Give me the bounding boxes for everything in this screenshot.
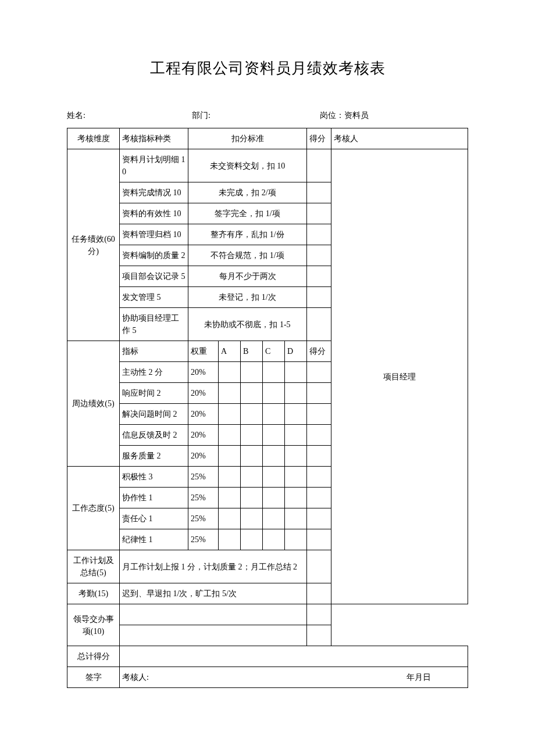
- grade-cell[interactable]: [285, 467, 307, 488]
- score-cell[interactable]: [307, 425, 331, 446]
- dim-sign: 签字: [67, 667, 120, 688]
- indicator-cell: 服务质量 2: [120, 446, 188, 467]
- grade-cell[interactable]: [285, 446, 307, 467]
- info-row: 姓名: 部门: 岗位： 资料员: [67, 110, 468, 121]
- std-cell: 不符合规范，扣 1/项: [188, 245, 307, 266]
- score-cell[interactable]: [307, 550, 331, 583]
- weight-cell: 20%: [188, 383, 219, 404]
- a-header: A: [219, 341, 241, 362]
- grade-cell[interactable]: [241, 529, 263, 550]
- plan-desc: 月工作计划上报 1 分，计划质量 2；月工作总结 2: [120, 550, 307, 583]
- grade-cell[interactable]: [241, 404, 263, 425]
- score-cell[interactable]: [307, 287, 331, 308]
- score-cell[interactable]: [307, 182, 331, 203]
- indicator-cell: 纪律性 1: [120, 529, 188, 550]
- weight-cell: 25%: [188, 529, 219, 550]
- grade-cell[interactable]: [263, 425, 285, 446]
- grade-cell[interactable]: [219, 529, 241, 550]
- indicator-header: 指标: [120, 341, 188, 362]
- assigned-desc[interactable]: [120, 604, 307, 625]
- score-cell[interactable]: [307, 529, 331, 550]
- dim-plan: 工作计划及总结(5): [67, 550, 120, 583]
- total-cell[interactable]: [120, 646, 468, 667]
- grade-cell[interactable]: [219, 488, 241, 508]
- score-cell[interactable]: [307, 149, 331, 182]
- grade-cell[interactable]: [219, 404, 241, 425]
- grade-cell[interactable]: [219, 383, 241, 404]
- indicator-cell: 资料月计划明细 10: [120, 149, 188, 182]
- grade-cell[interactable]: [285, 383, 307, 404]
- grade-cell[interactable]: [241, 467, 263, 488]
- score-cell[interactable]: [307, 203, 331, 224]
- weight-header: 权重: [188, 341, 219, 362]
- score-cell[interactable]: [307, 583, 331, 604]
- indicator-cell: 资料的有效性 10: [120, 203, 188, 224]
- grade-cell[interactable]: [285, 404, 307, 425]
- score-cell[interactable]: [307, 245, 331, 266]
- score-cell[interactable]: [307, 266, 331, 287]
- indicator-cell: 发文管理 5: [120, 287, 188, 308]
- grade-cell[interactable]: [263, 508, 285, 529]
- std-cell: 未协助或不彻底，扣 1-5: [188, 308, 307, 341]
- grade-cell[interactable]: [241, 425, 263, 446]
- pos-label: 岗位：: [320, 110, 344, 121]
- grade-cell[interactable]: [219, 446, 241, 467]
- score-cell[interactable]: [307, 404, 331, 425]
- grade-cell[interactable]: [219, 425, 241, 446]
- assigned-desc[interactable]: [120, 625, 307, 646]
- grade-cell[interactable]: [241, 383, 263, 404]
- dim-task: 任务绩效(60分): [67, 149, 120, 341]
- grade-cell[interactable]: [263, 383, 285, 404]
- table-row: 签字 考核人: 年月日: [67, 667, 468, 688]
- std-cell: 整齐有序，乱扣 1/份: [188, 224, 307, 245]
- grade-cell[interactable]: [285, 488, 307, 508]
- table-row: 总计得分: [67, 646, 468, 667]
- table-row: [67, 625, 468, 646]
- score-cell[interactable]: [307, 604, 331, 625]
- grade-cell[interactable]: [263, 404, 285, 425]
- score-cell[interactable]: [307, 467, 331, 488]
- score-cell[interactable]: [307, 446, 331, 467]
- grade-cell[interactable]: [241, 362, 263, 383]
- sign-reviewer-label: 考核人:: [122, 671, 149, 683]
- grade-cell[interactable]: [285, 425, 307, 446]
- table-row: 领导交办事项(10): [67, 604, 468, 625]
- pos-value: 资料员: [344, 110, 369, 121]
- score-cell[interactable]: [307, 625, 331, 646]
- grade-cell[interactable]: [263, 446, 285, 467]
- indicator-cell: 响应时间 2: [120, 383, 188, 404]
- grade-cell[interactable]: [285, 508, 307, 529]
- indicator-cell: 解决问题时间 2: [120, 404, 188, 425]
- hdr-deduction: 扣分标准: [188, 128, 307, 149]
- grade-cell[interactable]: [219, 508, 241, 529]
- grade-cell[interactable]: [241, 488, 263, 508]
- std-cell: 未交资料交划，扣 10: [188, 149, 307, 182]
- score-cell[interactable]: [307, 308, 331, 341]
- dim-peripheral: 周边绩效(5): [67, 341, 120, 467]
- weight-cell: 25%: [188, 467, 219, 488]
- weight-cell: 25%: [188, 488, 219, 508]
- weight-cell: 20%: [188, 446, 219, 467]
- grade-cell[interactable]: [241, 446, 263, 467]
- score-cell[interactable]: [307, 383, 331, 404]
- grade-cell[interactable]: [263, 529, 285, 550]
- d-header: D: [285, 341, 307, 362]
- grade-cell[interactable]: [241, 508, 263, 529]
- grade-cell[interactable]: [285, 529, 307, 550]
- score-cell[interactable]: [307, 362, 331, 383]
- weight-cell: 20%: [188, 425, 219, 446]
- sign-cell[interactable]: 考核人: 年月日: [120, 667, 468, 688]
- score-cell[interactable]: [307, 224, 331, 245]
- grade-cell[interactable]: [219, 467, 241, 488]
- grade-cell[interactable]: [285, 362, 307, 383]
- indicator-cell: 责任心 1: [120, 508, 188, 529]
- grade-cell[interactable]: [263, 467, 285, 488]
- c-header: C: [263, 341, 285, 362]
- grade-cell[interactable]: [219, 362, 241, 383]
- grade-cell[interactable]: [263, 488, 285, 508]
- grade-cell[interactable]: [263, 362, 285, 383]
- score-cell[interactable]: [307, 508, 331, 529]
- hdr-dim: 考核维度: [67, 128, 120, 149]
- score-cell[interactable]: [307, 488, 331, 508]
- std-cell: 未登记，扣 1/次: [188, 287, 307, 308]
